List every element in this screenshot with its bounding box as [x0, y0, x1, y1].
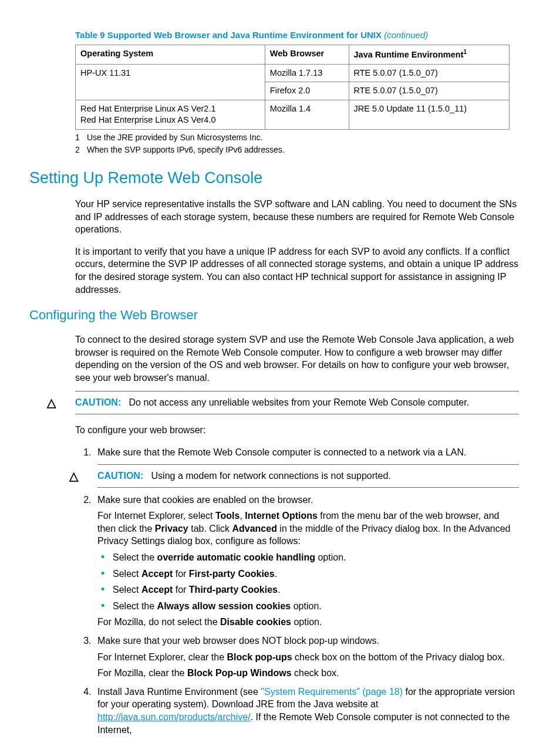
caution-label: CAUTION:: [75, 397, 121, 407]
cookie-options: Select the override automatic cookie han…: [97, 551, 519, 612]
heading-setting-up: Setting Up Remote Web Console: [29, 167, 519, 188]
caution-text: Using a modem for network connections is…: [151, 471, 391, 481]
cell-jre: JRE 5.0 Update 11 (1.5.0_11): [349, 100, 509, 129]
bullet-third-party: Select Accept for Third-party Cookies.: [113, 583, 519, 596]
step-2-mozilla: For Mozilla, do not select the Disable c…: [97, 616, 519, 629]
cell-browser: Mozilla 1.7.13: [265, 64, 349, 82]
heading-configuring-browser: Configuring the Web Browser: [29, 306, 519, 324]
bullet-first-party: Select Accept for First-party Cookies.: [113, 568, 519, 580]
cell-browser: Firefox 2.0: [265, 82, 349, 100]
table-title-text: Table 9 Supported Web Browser and Java R…: [75, 30, 382, 40]
step-2-ie: For Internet Explorer, select Tools, Int…: [97, 509, 519, 548]
configure-steps: Make sure that the Remote Web Console co…: [75, 446, 519, 737]
th-jre: Java Runtime Environment1: [349, 45, 509, 64]
cell-jre: RTE 5.0.07 (1.5.0_07): [349, 64, 509, 82]
step-3-ie: For Internet Explorer, clear the Block p…: [97, 651, 519, 664]
table-footnotes: 1Use the JRE provided by Sun Microsystem…: [75, 132, 519, 156]
step-1: Make sure that the Remote Web Console co…: [94, 446, 519, 488]
table-caption: Table 9 Supported Web Browser and Java R…: [75, 29, 519, 41]
cell-jre: RTE 5.0.07 (1.5.0_07): [349, 82, 509, 100]
caution-label: CAUTION:: [97, 471, 143, 481]
table-row: HP-UX 11.31 Mozilla 1.7.13 RTE 5.0.07 (1…: [76, 64, 510, 82]
caution-icon: △: [47, 395, 56, 411]
bullet-session: Select the Always allow session cookies …: [113, 600, 519, 613]
caution-unreliable-sites: △ CAUTION: Do not access any unreliable …: [75, 391, 519, 414]
step-4: Install Java Runtime Environment (see "S…: [94, 686, 519, 736]
bullet-override: Select the override automatic cookie han…: [113, 551, 519, 564]
para-intro-1: Your HP service representative installs …: [75, 198, 519, 236]
step-3-mozilla: For Mozilla, clear the Block Pop-up Wind…: [97, 667, 519, 680]
caution-icon: △: [69, 468, 78, 484]
th-browser: Web Browser: [265, 45, 349, 64]
link-java-archive[interactable]: http://java.sun.com/products/archive/: [97, 712, 251, 722]
step-2: Make sure that cookies are enabled on th…: [94, 494, 519, 629]
link-system-requirements[interactable]: "System Requirements" (page 18): [261, 687, 403, 697]
step-3: Make sure that your web browser does NOT…: [94, 634, 519, 680]
para-configure-lead: To configure your web browser:: [75, 424, 519, 437]
cell-browser: Mozilla 1.4: [265, 100, 349, 129]
caution-modem: △ CAUTION: Using a modem for network con…: [97, 464, 519, 488]
table-row: Red Hat Enterprise Linux AS Ver2.1 Red H…: [76, 100, 510, 129]
para-configure-intro: To connect to the desired storage system…: [75, 333, 519, 384]
cell-os: HP-UX 11.31: [76, 64, 265, 100]
th-os: Operating System: [76, 45, 265, 64]
para-intro-2: It is important to verify that you have …: [75, 245, 519, 296]
browser-jre-table: Operating System Web Browser Java Runtim…: [75, 45, 510, 130]
table-continued: (continued): [384, 30, 428, 40]
caution-text: Do not access any unreliable websites fr…: [129, 397, 470, 407]
cell-os: Red Hat Enterprise Linux AS Ver2.1 Red H…: [76, 100, 265, 129]
